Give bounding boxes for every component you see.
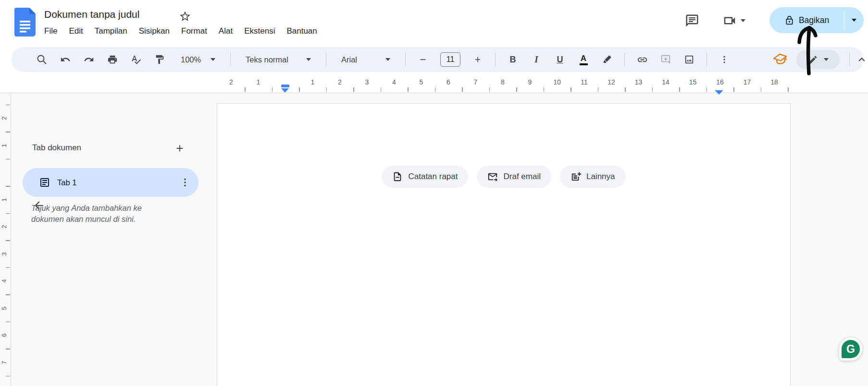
right-indent-marker[interactable]	[715, 90, 723, 95]
ruler-tick	[733, 87, 734, 92]
insert-link-button[interactable]	[636, 53, 648, 66]
ruler-number: 1	[0, 196, 8, 204]
hide-menus-button[interactable]	[856, 53, 868, 66]
ruler-number: 18	[769, 78, 780, 86]
menu-help[interactable]: Bantuan	[281, 24, 322, 37]
meeting-notes-chip[interactable]: Catatan rapat	[382, 166, 468, 188]
grammarly-widget[interactable]: G	[839, 338, 862, 361]
ruler-tick	[570, 87, 571, 92]
more-blocks-chip[interactable]: Lainnya	[560, 166, 626, 188]
undo-button[interactable]	[59, 53, 72, 66]
redo-button[interactable]	[83, 53, 95, 66]
ruler-tick	[6, 267, 10, 268]
document-tabs-panel: Tab dokumen Tab 1 Tajuk yang Anda tambah…	[11, 93, 217, 386]
first-line-indent-marker[interactable]	[281, 84, 289, 87]
google-docs-logo-icon[interactable]	[14, 8, 36, 36]
highlight-color-button[interactable]	[601, 53, 613, 66]
increase-font-size-button[interactable]	[471, 53, 484, 66]
ruler-tick	[516, 87, 517, 92]
ruler-number: 2	[225, 78, 237, 86]
video-camera-icon	[722, 13, 737, 28]
document-page[interactable]: Catatan rapat Draf email Lainnya	[217, 103, 791, 386]
spell-check-button[interactable]	[130, 53, 142, 66]
menu-insert[interactable]: Sisipkan	[133, 24, 175, 37]
add-tab-button[interactable]	[172, 140, 188, 157]
ruler-tick	[6, 186, 10, 187]
header: Dokumen tanpa judul File Edit Tampilan S…	[0, 0, 868, 46]
font-size-input[interactable]: 11	[440, 52, 460, 67]
ruler-tick	[489, 87, 490, 92]
tab-item-tab1[interactable]: Tab 1	[23, 168, 198, 197]
paint-roller-icon	[154, 54, 165, 65]
toolbar-divider	[624, 53, 625, 66]
ruler-number: 3	[0, 250, 8, 258]
ruler-tick	[6, 240, 10, 241]
editing-mode-button[interactable]	[796, 50, 840, 69]
ruler-tick	[326, 87, 327, 92]
ruler-tick	[299, 87, 300, 92]
ruler-number: 2	[0, 223, 8, 230]
menu-file[interactable]: File	[38, 24, 63, 37]
star-icon[interactable]	[179, 10, 191, 23]
menu-format[interactable]: Format	[175, 24, 213, 37]
toolbar-divider	[495, 53, 496, 66]
text-color-button[interactable]: A	[577, 53, 590, 66]
tab-label: Tab 1	[57, 178, 76, 187]
bold-button[interactable]: B	[507, 53, 519, 66]
bold-icon: B	[510, 55, 516, 65]
share-dropdown-button[interactable]	[844, 7, 864, 33]
ruler-tick	[6, 322, 10, 323]
underline-button[interactable]: U	[554, 53, 566, 66]
menu-edit[interactable]: Edit	[63, 24, 88, 37]
link-icon	[637, 54, 648, 65]
document-title[interactable]: Dokumen tanpa judul	[44, 9, 139, 20]
font-family-select[interactable]: Arial	[337, 55, 394, 64]
ruler-number: 6	[0, 331, 8, 339]
tab-options-icon[interactable]	[179, 177, 191, 188]
paint-format-button[interactable]	[153, 53, 166, 66]
menu-extensions[interactable]: Ekstensi	[238, 24, 281, 37]
toolbar: 100% Teks normal Arial 11 B I U A	[12, 47, 864, 72]
ruler-number: 5	[0, 304, 8, 312]
underline-icon: U	[557, 55, 563, 65]
left-indent-marker[interactable]	[281, 88, 289, 93]
ruler-tick	[544, 87, 545, 92]
ruler-tick	[6, 213, 10, 214]
menu-view[interactable]: Tampilan	[89, 24, 133, 37]
email-draft-chip[interactable]: Draf email	[477, 166, 551, 188]
extension-graduation-cap-icon[interactable]	[772, 51, 789, 68]
add-comment-button[interactable]	[659, 53, 672, 66]
menu-tools[interactable]: Alat	[213, 24, 238, 37]
toolbar-divider	[326, 53, 326, 66]
toolbar-divider	[707, 53, 707, 66]
chevron-down-icon	[824, 58, 829, 61]
ruler-number: 2	[0, 114, 8, 122]
comment-history-button[interactable]	[682, 10, 703, 31]
undo-icon	[60, 54, 71, 65]
ruler-tick	[6, 132, 10, 133]
search-menus-button[interactable]	[36, 53, 48, 66]
ruler-number: 4	[388, 78, 400, 86]
more-options-button[interactable]	[718, 53, 731, 66]
chevron-down-icon	[306, 58, 311, 61]
ruler-tick	[381, 87, 382, 92]
horizontal-ruler: 21123456789101112131415161718	[0, 73, 868, 93]
decrease-font-size-button[interactable]	[417, 53, 429, 66]
paragraph-style-select[interactable]: Teks normal	[242, 55, 315, 64]
ruler-tick	[6, 159, 10, 160]
email-draft-icon	[487, 171, 498, 182]
italic-button[interactable]: I	[530, 53, 543, 66]
redo-icon	[84, 54, 94, 65]
share-button[interactable]: Bagikan	[769, 7, 864, 33]
share-button-main[interactable]: Bagikan	[769, 7, 844, 33]
zoom-select[interactable]: 100%	[177, 55, 219, 64]
print-button[interactable]	[106, 53, 119, 66]
ruler-number: 14	[660, 78, 671, 86]
building-blocks-row: Catatan rapat Draf email Lainnya	[217, 166, 790, 188]
join-call-button[interactable]	[719, 10, 749, 31]
ruler-tick	[6, 349, 10, 350]
ruler-number: 1	[307, 78, 319, 86]
insert-image-button[interactable]	[683, 53, 695, 66]
ruler-number: 3	[361, 78, 373, 86]
spell-check-icon	[131, 54, 141, 65]
